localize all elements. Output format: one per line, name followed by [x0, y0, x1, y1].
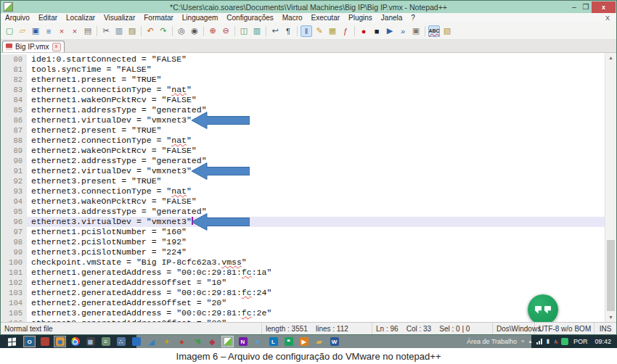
paste-icon[interactable]: ▨	[126, 25, 138, 37]
zoom-out-icon[interactable]: ⊖	[220, 25, 232, 37]
user-defined-dialog-icon[interactable]: ✎	[314, 25, 325, 37]
code-text[interactable]: ethernet3.pciSlotNumber = "224"	[27, 247, 605, 257]
menu-item-linguagem[interactable]: Linguagem	[178, 14, 222, 22]
code-text[interactable]: ethernet2.addressType = "generated"	[27, 156, 605, 166]
new-file-icon[interactable]: ▢	[4, 25, 15, 37]
vertical-scrollbar[interactable]: ▲ ▼	[605, 53, 616, 322]
tab-big-ip-vmx[interactable]: Big IP.vmx x	[2, 41, 65, 52]
menu-item-visualizar[interactable]: Visualizar	[99, 14, 139, 22]
power-plug-icon[interactable]: ▮	[547, 336, 549, 347]
zoom-in-icon[interactable]: ⊕	[207, 25, 218, 37]
code-text[interactable]: ethernet1.present = "TRUE"	[27, 75, 605, 85]
taskbar-remote-app-blue-icon[interactable]	[130, 336, 142, 347]
menu-item-macro[interactable]: Macro	[278, 14, 307, 22]
code-line-81[interactable]: 81tools.syncTime = "FALSE"	[1, 65, 605, 75]
macro-run-multiple-icon[interactable]: »	[397, 25, 409, 37]
macro-record-icon[interactable]: ●	[358, 25, 369, 37]
save-icon[interactable]: ▣	[30, 25, 41, 37]
open-file-icon[interactable]: ▱	[17, 25, 28, 37]
scrollbar-down-arrow-icon[interactable]: ▼	[605, 313, 616, 322]
taskbar-recorder-red-icon[interactable]: ●	[176, 336, 188, 347]
word-wrap-icon[interactable]: ↩	[269, 25, 281, 37]
code-text[interactable]: ethernet3.connectionType = "nat"	[27, 186, 605, 197]
code-text[interactable]: ethernet1.connectionType = "nat"	[27, 85, 605, 95]
code-line-90[interactable]: 90ethernet2.addressType = "generated"	[1, 156, 605, 166]
code-text[interactable]: ethernet3.wakeOnPcktRcv = "FALSE"	[27, 197, 605, 207]
desktop-toolbar-label[interactable]: Área de Trabalho	[467, 338, 517, 345]
code-text[interactable]: ethernet1.pciSlotNumber = "160"	[27, 227, 605, 237]
macro-stop-icon[interactable]: ■	[371, 25, 383, 37]
menu-item-plugins[interactable]: Plugins	[344, 14, 377, 22]
taskbar-app-red-icon[interactable]	[38, 336, 51, 347]
code-text[interactable]: ethernet2.wakeOnPcktRcv = "FALSE"	[27, 146, 605, 156]
taskbar-app-orange-icon[interactable]: ◉	[54, 336, 66, 347]
tab-close-icon[interactable]: x	[52, 43, 61, 51]
explorer-icon[interactable]: ▧	[441, 25, 453, 37]
find-icon[interactable]: ◎	[176, 25, 187, 37]
taskbar-internet-explorer-icon[interactable]: e	[252, 336, 264, 347]
code-text[interactable]: checkpoint.vmState = "Big IP-8cfc62a3.vm…	[27, 257, 605, 268]
code-line-86[interactable]: 86ethernet1.virtualDev = "vmxnet3"	[1, 115, 605, 125]
indent-guide-icon[interactable]: ‖	[301, 25, 312, 37]
taskbar-photo-viewer-icon[interactable]: ▦	[84, 336, 97, 347]
code-line-106[interactable]: 106ethernet3.generatedAddressOffset = "3…	[1, 318, 605, 322]
code-text[interactable]: ethernet3.virtualDev = "vmxnet3"	[27, 217, 605, 227]
menu-item-configurações[interactable]: Configurações	[222, 14, 277, 22]
code-line-94[interactable]: 94ethernet3.wakeOnPcktRcv = "FALSE"	[1, 197, 605, 207]
scrollbar-up-arrow-icon[interactable]: ▲	[605, 53, 616, 62]
code-line-101[interactable]: 101ethernet1.generatedAddress = "00:0c:2…	[1, 268, 605, 278]
taskbar-media-red-icon[interactable]: ◆	[206, 336, 218, 347]
taskbar-key-app-icon[interactable]: ✦	[160, 336, 173, 347]
start-button[interactable]	[4, 336, 20, 347]
code-line-85[interactable]: 85ethernet1.addressType = "generated"	[1, 105, 605, 115]
code-line-89[interactable]: 89ethernet2.wakeOnPcktRcv = "FALSE"	[1, 146, 605, 156]
code-line-97[interactable]: 97ethernet1.pciSlotNumber = "160"	[1, 227, 605, 237]
code-line-103[interactable]: 103ethernet2.generatedAddress = "00:0c:2…	[1, 288, 605, 298]
code-line-96[interactable]: 96ethernet3.virtualDev = "vmxnet3"	[1, 217, 605, 227]
code-text[interactable]: ethernet3.present = "TRUE"	[27, 176, 605, 186]
show-all-characters-icon[interactable]: ¶	[282, 25, 294, 37]
minimize-button[interactable]: –	[568, 1, 580, 12]
taskbar-flag-green-icon[interactable]: ◥	[191, 336, 203, 347]
editor[interactable]: 80ide1:0.startConnected = "FALSE"81tools…	[1, 53, 616, 322]
menu-item-arquivo[interactable]: Arquivo	[1, 14, 34, 22]
code-text[interactable]: ethernet3.generatedAddressOffset = "30"	[27, 318, 605, 322]
code-text[interactable]: ethernet1.addressType = "generated"	[27, 105, 605, 115]
code-line-98[interactable]: 98ethernet2.pciSlotNumber = "192"	[1, 237, 605, 247]
keyboard-language-indicator[interactable]: POR	[573, 338, 588, 345]
macro-save-icon[interactable]: ▣	[410, 25, 422, 37]
code-text[interactable]: ethernet2.pciSlotNumber = "192"	[27, 237, 605, 247]
taskbar-notepad-plus-plus-icon[interactable]	[221, 336, 234, 347]
menu-item-formatar[interactable]: Formatar	[139, 14, 178, 22]
taskbar-server-app-icon[interactable]: ≡	[99, 336, 112, 347]
close-button[interactable]: x	[592, 1, 616, 13]
code-text[interactable]: ethernet1.wakeOnPcktRcv = "FALSE"	[27, 95, 605, 105]
menu-item-janela[interactable]: Janela	[377, 14, 406, 22]
taskbar-media-player-orange-icon[interactable]: ▶	[298, 336, 310, 347]
tray-green-app-icon[interactable]	[561, 338, 568, 345]
taskbar-onenote-icon[interactable]: N	[237, 336, 249, 347]
network-signal-icon[interactable]	[536, 339, 542, 344]
code-text[interactable]: ethernet1.virtualDev = "vmxnet3"	[27, 115, 605, 125]
close-all-icon[interactable]: ×	[69, 25, 81, 37]
editor-lines[interactable]: 80ide1:0.startConnected = "FALSE"81tools…	[1, 53, 605, 322]
code-text[interactable]: tools.syncTime = "FALSE"	[27, 65, 605, 75]
print-icon[interactable]: ▤	[82, 25, 94, 37]
replace-icon[interactable]: ◉	[189, 25, 200, 37]
code-text[interactable]: ethernet3.generatedAddress = "00:0c:29:8…	[27, 308, 605, 318]
code-line-93[interactable]: 93ethernet3.connectionType = "nat"	[1, 186, 605, 197]
code-line-84[interactable]: 84ethernet1.wakeOnPcktRcv = "FALSE"	[1, 95, 605, 105]
macro-play-icon[interactable]: ▶	[384, 25, 396, 37]
hangouts-floating-button[interactable]	[528, 294, 558, 322]
code-line-95[interactable]: 95ethernet3.addressType = "generated"	[1, 207, 605, 217]
code-text[interactable]: ethernet1.generatedAddressOffset = "10"	[27, 278, 605, 288]
copy-icon[interactable]: ▥	[113, 25, 125, 37]
hidden-icons-arrow-icon[interactable]: ▴	[529, 336, 532, 347]
code-line-88[interactable]: 88ethernet2.connectionType = "nat"	[1, 136, 605, 146]
menu-item-executar[interactable]: Executar	[307, 14, 344, 22]
code-line-99[interactable]: 99ethernet3.pciSlotNumber = "224"	[1, 247, 605, 257]
code-text[interactable]: ide1:0.startConnected = "FALSE"	[27, 54, 605, 65]
taskbar-lync-icon[interactable]: L	[267, 336, 279, 347]
cut-icon[interactable]: ✂	[100, 25, 112, 37]
document-map-icon[interactable]: ▦	[327, 25, 338, 37]
